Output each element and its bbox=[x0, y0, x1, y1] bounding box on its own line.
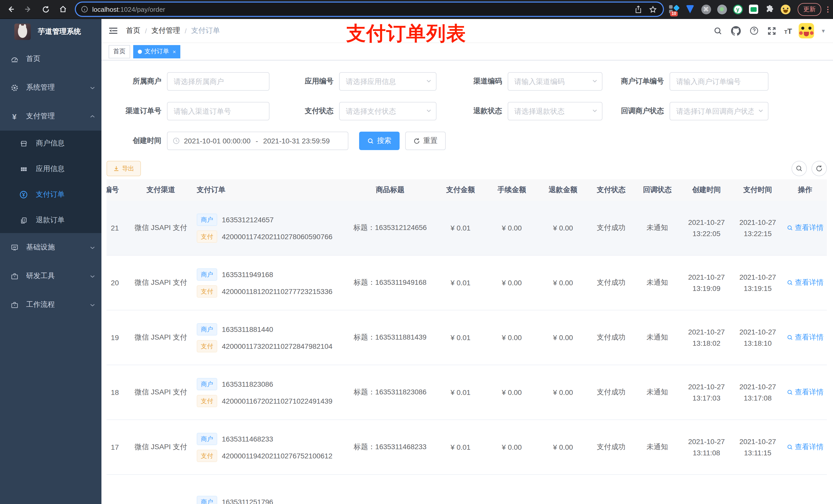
refund-status-select[interactable] bbox=[508, 102, 602, 120]
grid-icon bbox=[20, 165, 28, 173]
site-info-icon[interactable] bbox=[81, 6, 88, 13]
filter-label-callback-status: 回调商户状态 bbox=[620, 106, 664, 116]
extension-command-icon[interactable]: ⌘ bbox=[701, 4, 711, 14]
clock-icon bbox=[173, 137, 180, 144]
search-button[interactable]: 搜索 bbox=[359, 131, 400, 150]
extension-record-icon[interactable] bbox=[717, 4, 727, 14]
breadcrumb-payment[interactable]: 支付管理 bbox=[151, 26, 180, 35]
col-amount: 支付金额 bbox=[435, 179, 486, 201]
yen-icon: ¥ bbox=[10, 112, 19, 121]
extension-kite-icon[interactable] bbox=[685, 4, 695, 14]
tag-pay-order[interactable]: 支付订单 × bbox=[133, 45, 181, 58]
sidebar-item-merchant-info[interactable]: 商户信息 bbox=[0, 130, 101, 156]
col-channel: 支付渠道 bbox=[125, 179, 197, 201]
channel-order-no: 4200001167202110271022491439 bbox=[222, 397, 332, 405]
extension-devtools-icon[interactable]: 10 bbox=[669, 4, 679, 14]
merchant-order-no: 1635311251796 bbox=[222, 498, 273, 504]
orders-table: 编号 支付渠道 支付订单 商品标题 支付金额 手续金额 退款金额 支付状态 回调… bbox=[106, 179, 828, 504]
share-icon[interactable] bbox=[635, 5, 642, 13]
browser-forward-icon[interactable] bbox=[22, 3, 35, 16]
merchant-order-no-input[interactable] bbox=[670, 72, 768, 91]
tag-home[interactable]: 首页 bbox=[109, 45, 130, 58]
tag-close-icon[interactable]: × bbox=[173, 48, 176, 54]
view-detail-link[interactable]: 查看详情 bbox=[787, 223, 824, 233]
navbar-actions: TT ▼ bbox=[713, 23, 833, 39]
pay-status: 支付成功 bbox=[589, 310, 634, 365]
sidebar-toggle-icon[interactable] bbox=[109, 27, 118, 35]
col-notify-status: 回调状态 bbox=[634, 179, 681, 201]
extension-y-icon[interactable]: y bbox=[733, 4, 743, 14]
extension-chat-icon[interactable] bbox=[748, 4, 759, 14]
fullscreen-icon[interactable] bbox=[766, 25, 778, 37]
browser-reload-icon[interactable] bbox=[39, 3, 52, 16]
breadcrumb-pay-order: 支付订单 bbox=[191, 26, 220, 35]
sidebar-item-home[interactable]: 首页 bbox=[0, 45, 101, 73]
date-range-start: 2021-10-01 00:00:00 bbox=[184, 137, 251, 145]
goods-title: 标题：1635311468233 bbox=[345, 420, 435, 474]
briefcase-icon bbox=[10, 272, 19, 280]
browser-back-icon[interactable] bbox=[4, 3, 18, 16]
profile-emoji-icon[interactable] bbox=[780, 4, 790, 14]
sidebar-item-workflow[interactable]: 工作流程 bbox=[0, 290, 101, 319]
merchant-order-no: 1635311949168 bbox=[222, 270, 273, 279]
callback-status-select[interactable] bbox=[670, 102, 768, 120]
view-detail-link[interactable]: 查看详情 bbox=[787, 278, 824, 287]
github-icon[interactable] bbox=[731, 25, 742, 37]
help-icon[interactable] bbox=[748, 25, 760, 37]
refresh-button[interactable] bbox=[811, 161, 827, 176]
merchant-tag: 商户 bbox=[197, 496, 217, 504]
sidebar-item-refund-order[interactable]: 退款订单 bbox=[0, 208, 101, 233]
reset-button[interactable]: 重置 bbox=[405, 131, 446, 150]
copy-document-icon bbox=[20, 216, 28, 224]
channel-code-select[interactable] bbox=[508, 72, 602, 91]
table-header-row: 编号 支付渠道 支付订单 商品标题 支付金额 手续金额 退款金额 支付状态 回调… bbox=[106, 179, 827, 201]
merchant-input[interactable] bbox=[167, 72, 269, 91]
merchant-order-no: 1635311881440 bbox=[222, 325, 273, 333]
browser-update-button[interactable]: 更新 bbox=[798, 3, 821, 16]
gear-icon bbox=[10, 84, 19, 91]
breadcrumb: 首页 / 支付管理 / 支付订单 bbox=[126, 26, 220, 35]
table-row: 17 微信 JSAPI 支付 商户1635311468233 支付4200001… bbox=[106, 420, 827, 475]
table-row: 19 微信 JSAPI 支付 商户1635311881440 支付4200001… bbox=[106, 310, 827, 365]
filter-row-3: 创建时间 2021-10-01 00:00:00 - 2021-10-31 23… bbox=[106, 131, 828, 150]
payment-submenu: 商户信息 应用信息 支付订单 退款订单 bbox=[0, 130, 101, 233]
create-time-range-input[interactable]: 2021-10-01 00:00:00 - 2021-10-31 23:59:5… bbox=[167, 131, 348, 150]
search-icon[interactable] bbox=[713, 25, 724, 37]
pay-status-select[interactable] bbox=[339, 102, 436, 120]
app-select[interactable] bbox=[339, 72, 436, 91]
font-size-icon[interactable]: TT bbox=[784, 26, 792, 35]
merchant-tag: 商户 bbox=[197, 378, 217, 390]
browser-home-icon[interactable] bbox=[56, 3, 70, 16]
toggle-search-button[interactable] bbox=[791, 161, 807, 176]
extensions-puzzle-icon[interactable] bbox=[764, 4, 775, 14]
sidebar-item-infrastructure[interactable]: 基础设施 bbox=[0, 233, 101, 262]
channel-order-no-input[interactable] bbox=[167, 102, 269, 120]
app-window: localhost:1024/pay/order 10 ⌘ bbox=[0, 0, 833, 504]
filter-label-merchant-order-no: 商户订单编号 bbox=[620, 77, 664, 86]
user-avatar[interactable] bbox=[799, 23, 814, 39]
merchant-order-no: 1635312124657 bbox=[222, 215, 273, 223]
sidebar-item-dev-tools[interactable]: 研发工具 bbox=[0, 262, 101, 290]
view-detail-link[interactable]: 查看详情 bbox=[787, 388, 824, 397]
sidebar-item-system[interactable]: 系统管理 bbox=[0, 73, 101, 102]
sidebar-item-payment[interactable]: ¥ 支付管理 bbox=[0, 102, 101, 130]
filter-label-merchant: 所属商户 bbox=[106, 77, 161, 86]
browser-menu-icon[interactable]: ⋮ bbox=[824, 5, 831, 13]
bookmark-star-icon[interactable] bbox=[649, 5, 657, 13]
sidebar-item-pay-order[interactable]: 支付订单 bbox=[0, 182, 101, 208]
table-row: 18 微信 JSAPI 支付 商户1635311823086 支付4200001… bbox=[106, 365, 827, 420]
notify-status: 未通知 bbox=[634, 310, 681, 365]
view-detail-link[interactable]: 查看详情 bbox=[787, 442, 824, 452]
filter-label-channel-code: 渠道编码 bbox=[473, 77, 502, 86]
merchant-tag: 商户 bbox=[197, 268, 217, 281]
export-button[interactable]: 导出 bbox=[106, 161, 141, 176]
filter-row-1: 所属商户 应用编号 渠道编码 商户订单编号 bbox=[106, 72, 828, 91]
sidebar-logo[interactable]: 芋道管理系统 bbox=[0, 19, 101, 45]
address-bar[interactable]: localhost:1024/pay/order bbox=[76, 3, 663, 16]
table-row-partial: 商户1635311251796 bbox=[106, 475, 827, 504]
breadcrumb-home[interactable]: 首页 bbox=[126, 26, 140, 35]
avatar-caret-icon[interactable]: ▼ bbox=[821, 28, 826, 33]
sidebar-item-app-info[interactable]: 应用信息 bbox=[0, 156, 101, 182]
pay-tag: 支付 bbox=[197, 450, 217, 462]
view-detail-link[interactable]: 查看详情 bbox=[787, 333, 824, 342]
